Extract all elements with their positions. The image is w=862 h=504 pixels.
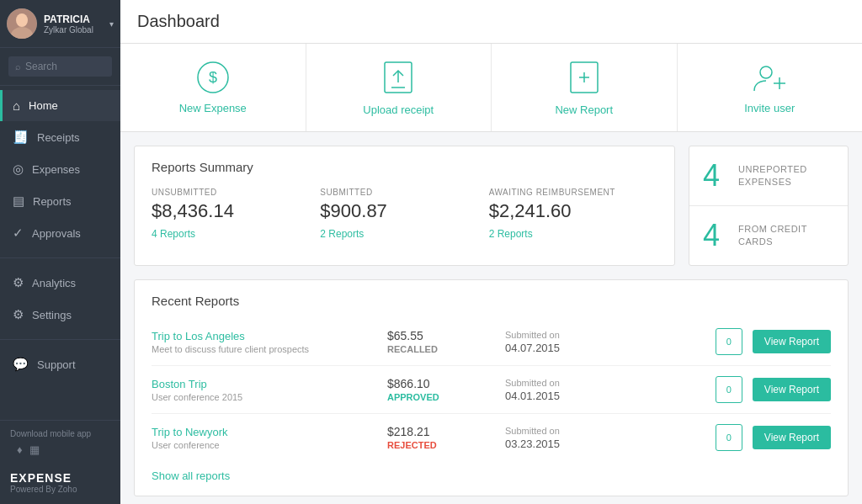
unreported-number: 4: [703, 158, 728, 194]
new-report-action[interactable]: New Report: [492, 44, 678, 131]
show-all-reports-link[interactable]: Show all reports: [152, 470, 230, 482]
sidebar-item-settings[interactable]: ⚙ Settings: [0, 299, 120, 331]
sidebar-item-label: Analytics: [32, 277, 76, 289]
submitted-date-1: 04.01.2015: [505, 390, 716, 402]
home-icon: ⌂: [13, 98, 20, 113]
stat-link-submitted[interactable]: 2 Reports: [320, 228, 364, 240]
comment-count-2: 0: [726, 432, 732, 443]
search-inner[interactable]: ⌕: [8, 56, 112, 77]
report-info-2: Trip to Newyork User conference: [152, 426, 387, 450]
new-report-icon: [567, 59, 601, 98]
quick-actions-bar: $ New Expense Upload receipt: [120, 44, 862, 132]
report-amount-block-0: $65.55 RECALLED: [387, 329, 505, 354]
comment-badge-2[interactable]: 0: [716, 424, 742, 451]
new-expense-label: New Expense: [179, 102, 247, 114]
sidebar-item-home[interactable]: ⌂ Home: [0, 90, 120, 121]
sidebar-header[interactable]: PATRICIA Zylkar Global ▾: [0, 0, 120, 48]
invite-user-icon: [751, 61, 788, 97]
platform-icons: ♦ ▦: [10, 443, 110, 456]
sidebar-item-analytics[interactable]: ⚙ Analytics: [0, 267, 120, 299]
user-org: Zylkar Global: [44, 25, 109, 34]
search-icon: ⌕: [15, 61, 21, 72]
report-info-0: Trip to Los Angeles Meet to discuss futu…: [152, 330, 387, 354]
view-report-button-2[interactable]: View Report: [753, 426, 831, 449]
analytics-icon: ⚙: [13, 275, 24, 290]
summary-row: Reports Summary UNSUBMITTED $8,436.14 4 …: [134, 146, 849, 266]
submitted-date-0: 04.07.2015: [505, 342, 716, 354]
upload-receipt-action[interactable]: Upload receipt: [306, 44, 492, 131]
table-row: Trip to Los Angeles Meet to discuss futu…: [152, 318, 831, 366]
comment-badge-0[interactable]: 0: [716, 328, 742, 355]
chevron-down-icon: ▾: [109, 19, 114, 29]
submitted-date-2: 03.23.2015: [505, 438, 716, 450]
comment-count-0: 0: [726, 337, 732, 347]
sidebar-item-label: Expenses: [32, 163, 80, 176]
report-amount-0: $65.55: [387, 329, 505, 342]
new-report-label: New Report: [555, 103, 613, 116]
sidebar-item-support[interactable]: 💬 Support: [0, 348, 120, 380]
stat-awaiting: AWAITING REIMBURSEMENT $2,241.60 2 Repor…: [489, 188, 657, 240]
side-stat-credit-cards: 4 FROM CREDIT CARDS: [689, 206, 848, 265]
support-icon: 💬: [13, 357, 29, 372]
stat-link-awaiting[interactable]: 2 Reports: [489, 228, 533, 240]
dashboard-body: Reports Summary UNSUBMITTED $8,436.14 4 …: [120, 132, 862, 504]
invite-user-label: Invite user: [744, 102, 795, 114]
new-expense-action[interactable]: $ New Expense: [120, 44, 306, 131]
credit-cards-number: 4: [703, 218, 728, 253]
receipts-icon: 🧾: [13, 130, 29, 145]
side-stat-unreported: 4 UNREPORTED EXPENSES: [689, 146, 848, 206]
report-submitted-1: Submitted on 04.01.2015: [505, 378, 716, 402]
comment-badge-1[interactable]: 0: [716, 376, 742, 403]
report-status-1: APPROVED: [387, 392, 505, 402]
stat-value-submitted: $900.87: [320, 200, 471, 222]
summary-stats: UNSUBMITTED $8,436.14 4 Reports SUBMITTE…: [152, 188, 657, 240]
sidebar-item-label: Support: [37, 358, 76, 371]
report-amount-2: $218.21: [387, 425, 505, 438]
table-row: Boston Trip User conference 2015 $866.10…: [152, 366, 831, 414]
report-name-2[interactable]: Trip to Newyork: [152, 426, 387, 438]
report-name-0[interactable]: Trip to Los Angeles: [152, 330, 387, 342]
upload-receipt-label: Upload receipt: [363, 103, 434, 116]
svg-point-10: [760, 66, 772, 78]
reports-icon: ▤: [13, 194, 24, 209]
invite-user-action[interactable]: Invite user: [678, 44, 863, 131]
sidebar-footer: Download mobile app ♦ ▦: [0, 420, 120, 464]
recent-reports-card: Recent Reports Trip to Los Angeles Meet …: [134, 279, 849, 496]
view-report-button-0[interactable]: View Report: [753, 330, 831, 353]
sidebar-item-label: Reports: [33, 195, 72, 208]
report-desc-2: User conference: [152, 440, 387, 450]
search-container: ⌕: [0, 48, 120, 86]
sidebar-item-reports[interactable]: ▤ Reports: [0, 185, 120, 217]
stat-link-unsubmitted[interactable]: 4 Reports: [152, 228, 195, 240]
svg-point-1: [16, 13, 28, 27]
report-name-1[interactable]: Boston Trip: [152, 378, 387, 390]
report-amount-block-2: $218.21 REJECTED: [387, 425, 505, 450]
approvals-icon: ✓: [13, 225, 24, 241]
view-report-button-1[interactable]: View Report: [753, 378, 831, 401]
new-expense-icon: $: [196, 61, 230, 97]
report-desc-0: Meet to discuss future client prospects: [152, 344, 387, 354]
nav-divider-2: [0, 339, 120, 340]
windows-icon[interactable]: ▦: [29, 443, 40, 456]
sidebar-item-receipts[interactable]: 🧾 Receipts: [0, 121, 120, 153]
recent-reports-title: Recent Reports: [152, 294, 831, 308]
user-name: PATRICIA: [44, 13, 109, 25]
main-content: Dashboard $ New Expense Upload rec: [120, 0, 862, 504]
sidebar-item-label: Approvals: [32, 227, 81, 240]
stat-label-submitted: SUBMITTED: [320, 188, 471, 197]
credit-cards-desc: FROM CREDIT CARDS: [738, 223, 834, 249]
sidebar-item-expenses[interactable]: ◎ Expenses: [0, 153, 120, 185]
sidebar-item-approvals[interactable]: ✓ Approvals: [0, 217, 120, 249]
report-status-2: REJECTED: [387, 440, 505, 450]
table-row: Trip to Newyork User conference $218.21 …: [152, 414, 831, 461]
stat-value-unsubmitted: $8,436.14: [152, 200, 303, 222]
stat-unsubmitted: UNSUBMITTED $8,436.14 4 Reports: [152, 188, 320, 240]
brand-name: EXPENSE: [10, 471, 110, 485]
sidebar-nav: ⌂ Home 🧾 Receipts ◎ Expenses ▤ Reports ✓…: [0, 86, 120, 420]
android-icon[interactable]: ♦: [17, 443, 23, 456]
report-amount-1: $866.10: [387, 377, 505, 390]
submitted-label-0: Submitted on: [505, 330, 716, 340]
search-input[interactable]: [25, 61, 105, 72]
sidebar-item-label: Home: [29, 99, 58, 112]
comment-count-1: 0: [726, 385, 732, 395]
